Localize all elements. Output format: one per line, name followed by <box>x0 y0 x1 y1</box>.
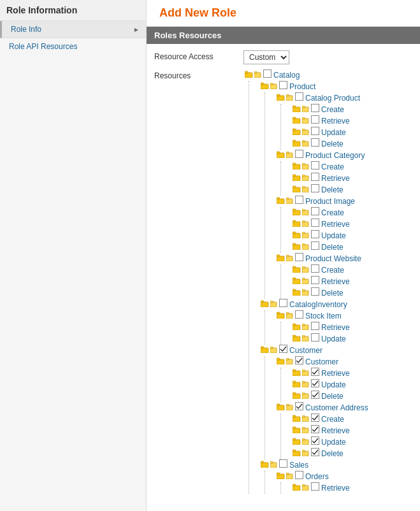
tree-checkbox[interactable] <box>295 150 305 161</box>
tree-node-label[interactable]: Update <box>321 436 346 448</box>
svg-rect-4 <box>264 70 272 78</box>
tree-checkbox[interactable] <box>311 219 321 230</box>
tree-node-label[interactable]: Delete <box>321 391 344 402</box>
tree-node: Product Image Create Retrieve Update <box>275 196 412 253</box>
svg-rect-99 <box>312 288 319 296</box>
tree-checkbox[interactable] <box>311 333 321 345</box>
tree-checkbox[interactable] <box>295 471 305 482</box>
tree-node-label[interactable]: Retrieve <box>321 276 350 287</box>
tree-checkbox[interactable] <box>311 379 321 391</box>
tree-node-label[interactable]: Catalog Product <box>305 92 360 104</box>
tree-checkbox[interactable] <box>311 414 321 425</box>
tree-node-label[interactable]: Retrieve <box>321 425 350 436</box>
tree-node-label[interactable]: Delete <box>321 287 344 299</box>
tree-checkbox[interactable] <box>279 345 289 356</box>
tree-checkbox[interactable] <box>311 322 321 333</box>
folder-front-icon <box>302 276 310 287</box>
tree-node-label[interactable]: Delete <box>321 448 344 459</box>
sidebar-item-role-info[interactable]: Role Info ► <box>0 21 146 38</box>
tree-checkbox[interactable] <box>295 196 305 207</box>
tree-checkbox[interactable] <box>295 310 305 322</box>
svg-rect-91 <box>293 278 296 280</box>
folder-back-icon <box>293 184 301 196</box>
tree-node-label[interactable]: Customer Address <box>305 402 368 414</box>
tree-checkbox[interactable] <box>311 368 321 379</box>
tree-node: Update <box>291 230 412 241</box>
tree-node-label[interactable]: Retrieve <box>321 482 350 494</box>
tree-checkbox[interactable] <box>295 402 305 414</box>
tree-checkbox[interactable] <box>295 253 305 264</box>
tree-checkbox[interactable] <box>295 356 305 368</box>
tree-checkbox[interactable] <box>311 115 321 127</box>
tree-node-label[interactable]: Retrieve <box>321 219 350 230</box>
tree-node-label[interactable]: Product <box>289 81 315 92</box>
folder-front-icon <box>286 310 294 322</box>
tree-checkbox[interactable] <box>311 207 321 219</box>
tree-checkbox[interactable] <box>311 138 321 150</box>
tree-node-label[interactable]: Sales <box>289 459 308 471</box>
tree-checkbox[interactable] <box>311 184 321 196</box>
tree-node-label[interactable]: CatalogInventory <box>289 299 347 310</box>
tree-checkbox[interactable] <box>311 482 321 494</box>
tree-node-label[interactable]: Product Image <box>305 196 355 207</box>
resources-tree: Catalog Product Catalog Product Create <box>243 69 412 494</box>
tree-checkbox[interactable] <box>311 448 321 459</box>
tree-node-label[interactable]: Create <box>321 104 344 115</box>
sidebar: Role Information Role Info ► Role API Re… <box>0 0 147 511</box>
folder-front-icon <box>302 482 310 494</box>
tree-node: Update <box>291 127 412 138</box>
page-title: Add New Role <box>147 0 420 27</box>
svg-rect-178 <box>286 473 289 475</box>
tree-checkbox[interactable] <box>279 81 289 92</box>
tree-node-label[interactable]: Update <box>321 333 346 345</box>
tree-node-label[interactable]: Retrieve <box>321 115 350 127</box>
tree-node-label[interactable]: Customer <box>305 356 338 368</box>
tree-node-label[interactable]: Create <box>321 264 344 276</box>
tree-node-label[interactable]: Create <box>321 414 344 425</box>
tree-node-label[interactable]: Product Website <box>305 253 361 264</box>
tree-node-label[interactable]: Customer <box>289 345 322 356</box>
tree-checkbox[interactable] <box>295 92 305 104</box>
tree-node-label[interactable]: Product Category <box>305 150 365 161</box>
tree-checkbox[interactable] <box>311 287 321 299</box>
tree-checkbox[interactable] <box>311 161 321 173</box>
tree-checkbox[interactable] <box>279 299 289 310</box>
resource-access-select[interactable]: All Custom <box>243 50 289 64</box>
tree-checkbox[interactable] <box>311 391 321 402</box>
tree-node-label[interactable]: Orders <box>305 471 329 482</box>
tree-node-label[interactable]: Update <box>321 379 346 391</box>
tree-node-label[interactable]: Retrieve <box>321 173 350 184</box>
tree-checkbox[interactable] <box>311 436 321 448</box>
tree-node-label[interactable]: Stock Item <box>305 310 342 322</box>
tree-node-label[interactable]: Delete <box>321 138 344 150</box>
folder-back-icon <box>293 115 301 127</box>
tree-checkbox[interactable] <box>279 459 289 471</box>
tree-node-label[interactable]: Update <box>321 127 346 138</box>
tree-checkbox[interactable] <box>311 264 321 276</box>
tree-node-label[interactable]: Create <box>321 207 344 219</box>
tree-node-label[interactable]: Create <box>321 161 344 173</box>
tree-checkbox[interactable] <box>311 230 321 241</box>
folder-front-icon <box>302 104 310 115</box>
tree-checkbox[interactable] <box>311 241 321 253</box>
tree-node-label[interactable]: Catalog <box>273 69 300 81</box>
tree-node-label[interactable]: Retrieve <box>321 368 350 379</box>
folder-back-icon <box>293 379 301 391</box>
folder-back-icon <box>245 69 254 81</box>
tree-node-label[interactable]: Delete <box>321 241 344 253</box>
svg-rect-79 <box>312 242 319 250</box>
tree-node-label[interactable]: Retrieve <box>321 322 350 333</box>
tree-checkbox[interactable] <box>311 425 321 436</box>
tree-checkbox[interactable] <box>311 127 321 138</box>
tree-checkbox[interactable] <box>311 104 321 115</box>
folder-back-icon <box>277 196 286 207</box>
sidebar-item-role-api[interactable]: Role API Resources <box>0 38 146 55</box>
tree-node-label[interactable]: Delete <box>321 184 344 196</box>
tree-node-label[interactable]: Update <box>321 230 346 241</box>
tree-checkbox[interactable] <box>311 276 321 287</box>
tree-node: Delete <box>291 184 412 196</box>
tree-checkbox[interactable] <box>311 173 321 184</box>
folder-back-icon <box>277 253 286 264</box>
svg-rect-33 <box>302 140 305 142</box>
tree-checkbox[interactable] <box>263 69 273 81</box>
